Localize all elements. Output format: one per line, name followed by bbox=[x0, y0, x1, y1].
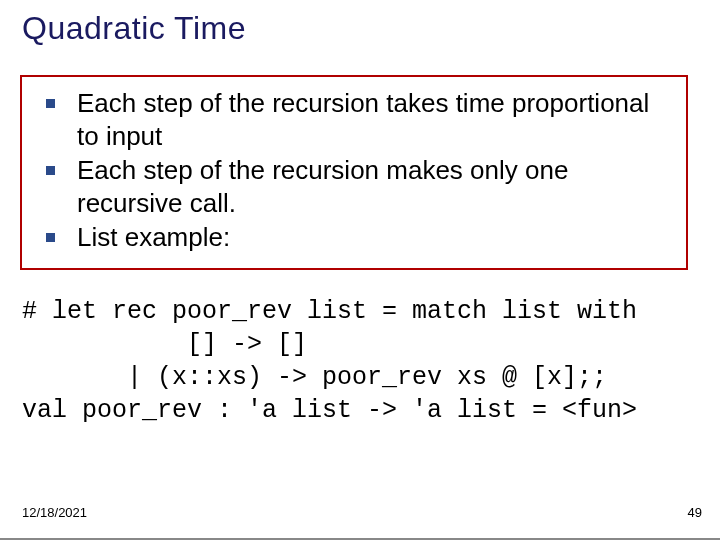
square-bullet-icon bbox=[46, 166, 55, 175]
slide-title: Quadratic Time bbox=[22, 10, 246, 47]
square-bullet-icon bbox=[46, 233, 55, 242]
footer-date: 12/18/2021 bbox=[22, 505, 87, 520]
code-line: val poor_rev : 'a list -> 'a list = <fun… bbox=[22, 396, 637, 425]
footer-page-number: 49 bbox=[688, 505, 702, 520]
slide: Quadratic Time Each step of the recursio… bbox=[0, 0, 720, 540]
bullet-box: Each step of the recursion takes time pr… bbox=[20, 75, 688, 270]
list-item: Each step of the recursion takes time pr… bbox=[36, 87, 672, 152]
list-item: List example: bbox=[36, 221, 672, 254]
bullet-text: Each step of the recursion takes time pr… bbox=[77, 87, 672, 152]
bullet-text: Each step of the recursion makes only on… bbox=[77, 154, 672, 219]
code-line: | (x::xs) -> poor_rev xs @ [x];; bbox=[22, 363, 607, 392]
code-block: # let rec poor_rev list = match list wit… bbox=[22, 295, 698, 427]
list-item: Each step of the recursion makes only on… bbox=[36, 154, 672, 219]
code-line: [] -> [] bbox=[22, 330, 307, 359]
square-bullet-icon bbox=[46, 99, 55, 108]
bullet-text: List example: bbox=[77, 221, 230, 254]
code-line: # let rec poor_rev list = match list wit… bbox=[22, 297, 637, 326]
